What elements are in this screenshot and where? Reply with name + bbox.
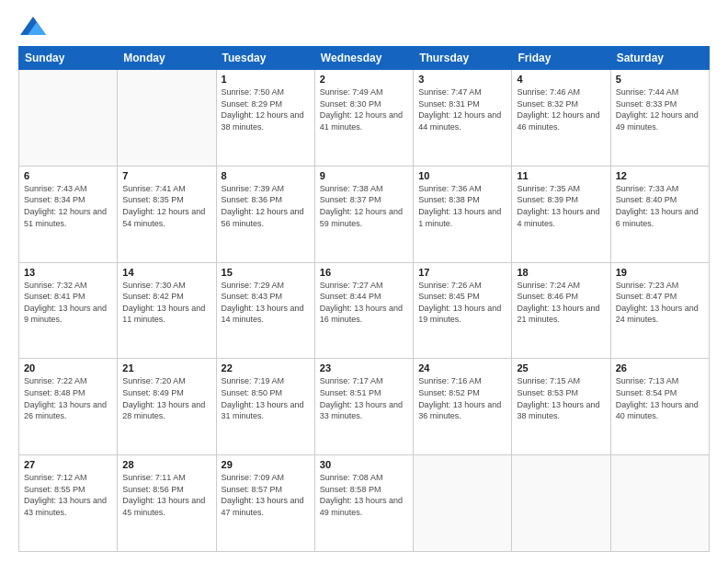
calendar-cell (512, 455, 610, 552)
calendar-cell (19, 70, 118, 167)
day-info: Sunrise: 7:12 AM Sunset: 8:55 PM Dayligh… (24, 472, 112, 518)
day-info: Sunrise: 7:22 AM Sunset: 8:48 PM Dayligh… (24, 375, 112, 421)
calendar-cell: 13Sunrise: 7:32 AM Sunset: 8:41 PM Dayli… (19, 262, 118, 359)
day-number: 13 (24, 267, 112, 278)
calendar-cell: 29Sunrise: 7:09 AM Sunset: 8:57 PM Dayli… (216, 455, 314, 552)
calendar-cell: 21Sunrise: 7:20 AM Sunset: 8:49 PM Dayli… (118, 359, 216, 455)
day-info: Sunrise: 7:43 AM Sunset: 8:34 PM Dayligh… (24, 183, 112, 229)
logo (18, 17, 46, 37)
day-info: Sunrise: 7:17 AM Sunset: 8:51 PM Dayligh… (320, 375, 408, 421)
day-number: 30 (320, 459, 408, 470)
day-number: 29 (222, 459, 310, 470)
day-number: 16 (320, 267, 408, 278)
day-number: 3 (418, 74, 506, 85)
calendar-cell: 16Sunrise: 7:27 AM Sunset: 8:44 PM Dayli… (314, 262, 413, 359)
header-row: SundayMondayTuesdayWednesdayThursdayFrid… (19, 47, 710, 70)
calendar-cell: 3Sunrise: 7:47 AM Sunset: 8:31 PM Daylig… (414, 70, 512, 167)
day-header-monday: Monday (118, 47, 216, 70)
calendar-cell: 28Sunrise: 7:11 AM Sunset: 8:56 PM Dayli… (118, 455, 216, 552)
day-number: 4 (517, 74, 605, 85)
calendar-cell: 4Sunrise: 7:46 AM Sunset: 8:32 PM Daylig… (512, 70, 610, 167)
day-info: Sunrise: 7:44 AM Sunset: 8:33 PM Dayligh… (616, 86, 704, 132)
logo-icon (20, 17, 46, 35)
calendar-cell: 7Sunrise: 7:41 AM Sunset: 8:35 PM Daylig… (118, 166, 216, 262)
day-number: 11 (517, 170, 605, 181)
day-number: 18 (517, 267, 605, 278)
day-header-thursday: Thursday (414, 47, 512, 70)
day-info: Sunrise: 7:50 AM Sunset: 8:29 PM Dayligh… (222, 86, 310, 132)
day-info: Sunrise: 7:15 AM Sunset: 8:53 PM Dayligh… (517, 375, 605, 421)
day-info: Sunrise: 7:20 AM Sunset: 8:49 PM Dayligh… (122, 375, 210, 421)
calendar-cell: 11Sunrise: 7:35 AM Sunset: 8:39 PM Dayli… (512, 166, 610, 262)
day-number: 2 (320, 74, 408, 85)
day-number: 20 (24, 362, 112, 373)
day-info: Sunrise: 7:09 AM Sunset: 8:57 PM Dayligh… (222, 472, 310, 518)
calendar-cell: 22Sunrise: 7:19 AM Sunset: 8:50 PM Dayli… (216, 359, 314, 455)
day-info: Sunrise: 7:24 AM Sunset: 8:46 PM Dayligh… (517, 280, 605, 326)
day-number: 28 (122, 459, 210, 470)
day-number: 1 (222, 74, 310, 85)
day-number: 7 (122, 170, 210, 181)
day-info: Sunrise: 7:32 AM Sunset: 8:41 PM Dayligh… (24, 280, 112, 326)
day-info: Sunrise: 7:16 AM Sunset: 8:52 PM Dayligh… (418, 375, 506, 421)
day-info: Sunrise: 7:38 AM Sunset: 8:37 PM Dayligh… (320, 183, 408, 229)
day-info: Sunrise: 7:46 AM Sunset: 8:32 PM Dayligh… (517, 86, 605, 132)
calendar-cell: 20Sunrise: 7:22 AM Sunset: 8:48 PM Dayli… (19, 359, 118, 455)
calendar-table: SundayMondayTuesdayWednesdayThursdayFrid… (18, 46, 710, 552)
day-header-friday: Friday (512, 47, 610, 70)
day-info: Sunrise: 7:47 AM Sunset: 8:31 PM Dayligh… (418, 86, 506, 132)
page: SundayMondayTuesdayWednesdayThursdayFrid… (0, 0, 728, 563)
calendar-cell: 24Sunrise: 7:16 AM Sunset: 8:52 PM Dayli… (414, 359, 512, 455)
calendar-cell: 1Sunrise: 7:50 AM Sunset: 8:29 PM Daylig… (216, 70, 314, 167)
calendar-cell: 2Sunrise: 7:49 AM Sunset: 8:30 PM Daylig… (314, 70, 413, 167)
day-number: 8 (222, 170, 310, 181)
day-number: 21 (122, 362, 210, 373)
day-number: 25 (517, 362, 605, 373)
calendar-cell: 12Sunrise: 7:33 AM Sunset: 8:40 PM Dayli… (610, 166, 709, 262)
day-header-saturday: Saturday (610, 47, 709, 70)
day-number: 14 (122, 267, 210, 278)
day-number: 10 (418, 170, 506, 181)
calendar-cell: 17Sunrise: 7:26 AM Sunset: 8:45 PM Dayli… (414, 262, 512, 359)
day-number: 12 (616, 170, 704, 181)
calendar-cell: 14Sunrise: 7:30 AM Sunset: 8:42 PM Dayli… (118, 262, 216, 359)
day-number: 24 (418, 362, 506, 373)
calendar-cell (118, 70, 216, 167)
calendar-cell (610, 455, 709, 552)
day-number: 26 (616, 362, 704, 373)
calendar-cell (414, 455, 512, 552)
day-info: Sunrise: 7:35 AM Sunset: 8:39 PM Dayligh… (517, 183, 605, 229)
day-info: Sunrise: 7:13 AM Sunset: 8:54 PM Dayligh… (616, 375, 704, 421)
day-info: Sunrise: 7:30 AM Sunset: 8:42 PM Dayligh… (122, 280, 210, 326)
day-info: Sunrise: 7:49 AM Sunset: 8:30 PM Dayligh… (320, 86, 408, 132)
day-info: Sunrise: 7:41 AM Sunset: 8:35 PM Dayligh… (122, 183, 210, 229)
calendar-cell: 26Sunrise: 7:13 AM Sunset: 8:54 PM Dayli… (610, 359, 709, 455)
day-info: Sunrise: 7:23 AM Sunset: 8:47 PM Dayligh… (616, 280, 704, 326)
calendar-cell: 6Sunrise: 7:43 AM Sunset: 8:34 PM Daylig… (19, 166, 118, 262)
day-header-wednesday: Wednesday (314, 47, 413, 70)
calendar-cell: 19Sunrise: 7:23 AM Sunset: 8:47 PM Dayli… (610, 262, 709, 359)
day-number: 22 (222, 362, 310, 373)
calendar-cell: 5Sunrise: 7:44 AM Sunset: 8:33 PM Daylig… (610, 70, 709, 167)
day-info: Sunrise: 7:33 AM Sunset: 8:40 PM Dayligh… (616, 183, 704, 229)
calendar-cell: 23Sunrise: 7:17 AM Sunset: 8:51 PM Dayli… (314, 359, 413, 455)
day-info: Sunrise: 7:39 AM Sunset: 8:36 PM Dayligh… (222, 183, 310, 229)
week-row-5: 27Sunrise: 7:12 AM Sunset: 8:55 PM Dayli… (19, 455, 710, 552)
day-number: 6 (24, 170, 112, 181)
week-row-3: 13Sunrise: 7:32 AM Sunset: 8:41 PM Dayli… (19, 262, 710, 359)
calendar-cell: 15Sunrise: 7:29 AM Sunset: 8:43 PM Dayli… (216, 262, 314, 359)
header (18, 17, 710, 37)
week-row-4: 20Sunrise: 7:22 AM Sunset: 8:48 PM Dayli… (19, 359, 710, 455)
calendar-cell: 10Sunrise: 7:36 AM Sunset: 8:38 PM Dayli… (414, 166, 512, 262)
day-header-tuesday: Tuesday (216, 47, 314, 70)
calendar-cell: 27Sunrise: 7:12 AM Sunset: 8:55 PM Dayli… (19, 455, 118, 552)
calendar-cell: 25Sunrise: 7:15 AM Sunset: 8:53 PM Dayli… (512, 359, 610, 455)
day-number: 5 (616, 74, 704, 85)
week-row-1: 1Sunrise: 7:50 AM Sunset: 8:29 PM Daylig… (19, 70, 710, 167)
day-number: 27 (24, 459, 112, 470)
day-header-sunday: Sunday (19, 47, 118, 70)
day-info: Sunrise: 7:36 AM Sunset: 8:38 PM Dayligh… (418, 183, 506, 229)
day-number: 23 (320, 362, 408, 373)
day-number: 15 (222, 267, 310, 278)
calendar-cell: 30Sunrise: 7:08 AM Sunset: 8:58 PM Dayli… (314, 455, 413, 552)
